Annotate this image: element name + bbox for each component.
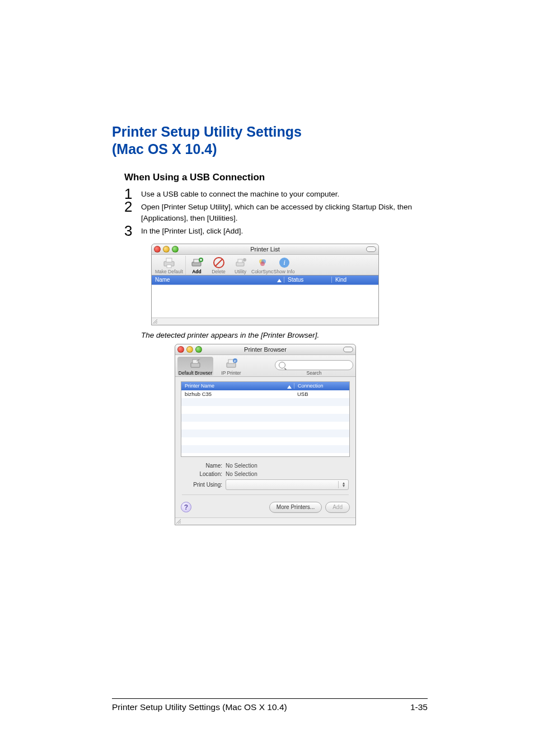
default-browser-label: Default Browser <box>179 370 212 376</box>
print-using-select[interactable]: ▴▾ <box>226 479 349 490</box>
ip-printer-label: IP Printer <box>221 370 241 376</box>
svg-rect-17 <box>193 360 198 363</box>
utility-label: Utility <box>229 269 251 274</box>
search-icon <box>279 362 285 368</box>
svg-point-13 <box>260 262 265 266</box>
svg-line-7 <box>216 259 222 266</box>
browser-row-empty <box>181 414 349 422</box>
form-row-location: Location: No Selection <box>182 471 349 477</box>
row-printer-name: bizhub C35 <box>181 391 294 397</box>
show-info-button[interactable]: i Show Info <box>273 256 295 274</box>
section-heading-line2: (Mac OS X 10.4) <box>112 141 217 157</box>
step-number-2: 2 <box>124 197 132 218</box>
step-3: 3 In the [Printer List], click [Add]. <box>124 225 428 238</box>
step-3-text: In the [Printer List], click [Add]. <box>141 227 243 235</box>
browser-toolbar: Default Browser IP IP Printer Search <box>175 355 355 377</box>
separator <box>182 494 349 495</box>
window-titlebar[interactable]: Printer List <box>152 244 378 255</box>
section-heading-line1: Printer Setup Utility Settings <box>112 124 302 139</box>
browser-titlebar[interactable]: Printer Browser <box>175 344 355 355</box>
svg-rect-1 <box>166 258 172 262</box>
page-footer: Printer Setup Utility Settings (Mac OS X… <box>112 698 428 712</box>
utility-button[interactable]: Utility <box>229 256 251 274</box>
browser-row-empty <box>181 398 349 406</box>
make-default-button[interactable]: Make Default <box>153 256 185 274</box>
printer-browser-window: Printer Browser Default Browser IP IP Pr… <box>175 344 356 525</box>
printer-browser-list: Printer Name Connection bizhub C35 USB <box>181 381 350 457</box>
show-info-label: Show Info <box>273 269 295 274</box>
column-printer-name-label: Printer Name <box>185 383 214 389</box>
add-button[interactable]: Add <box>185 256 208 274</box>
browser-row-empty <box>181 437 349 445</box>
ip-printer-icon: IP <box>213 357 249 370</box>
more-printers-label: More Printers... <box>277 504 315 510</box>
search-input[interactable] <box>275 360 353 370</box>
location-label: Location: <box>182 471 226 477</box>
browser-row-empty <box>181 406 349 414</box>
toolbar-toggle-icon[interactable] <box>366 246 376 252</box>
chevron-updown-icon: ▴▾ <box>343 482 345 487</box>
browser-bottom-bar: ? More Printers... Add <box>175 500 355 517</box>
step-1: 1 Use a USB cable to connect the machine… <box>124 188 428 201</box>
delete-label: Delete <box>208 269 229 274</box>
printer-list-window: Printer List Make Default Add Delete <box>151 244 379 325</box>
section-heading: Printer Setup Utility Settings (Mac OS X… <box>112 123 428 158</box>
help-icon-label: ? <box>184 503 188 511</box>
toolbar-toggle-icon[interactable] <box>343 347 353 352</box>
default-browser-icon <box>177 357 213 370</box>
browser-row[interactable]: bizhub C35 USB <box>181 390 349 398</box>
help-button[interactable]: ? <box>181 502 191 512</box>
browser-row-empty <box>181 422 349 430</box>
svg-point-18 <box>199 357 202 360</box>
column-name-label: Name <box>155 277 170 283</box>
info-icon: i <box>277 256 292 269</box>
caption-text: The detected printer appears in the [Pri… <box>141 331 428 339</box>
name-value: No Selection <box>226 463 349 469</box>
browser-columns: Printer Name Connection <box>181 382 349 390</box>
browser-window-title: Printer Browser <box>175 346 355 353</box>
delete-icon <box>211 256 227 269</box>
browser-row-empty <box>181 430 349 437</box>
form-row-name: Name: No Selection <box>182 463 349 469</box>
svg-point-10 <box>243 258 246 262</box>
step-1-text: Use a USB cable to connect the machine t… <box>141 190 339 198</box>
add-printer-icon <box>189 256 205 269</box>
add-printer-label: Add <box>332 504 343 510</box>
ip-printer-tab[interactable]: IP IP Printer <box>213 357 249 376</box>
subsection-heading: When Using a USB Connection <box>124 172 428 183</box>
resize-handle[interactable] <box>152 318 378 325</box>
step-2-text: Open [Printer Setup Utility], which can … <box>141 203 412 222</box>
step-2: 2 Open [Printer Setup Utility], which ca… <box>124 200 428 225</box>
delete-button[interactable]: Delete <box>208 256 229 274</box>
default-browser-tab[interactable]: Default Browser <box>177 357 213 376</box>
browser-rows: bizhub C35 USB <box>181 390 349 456</box>
printer-list-toolbar: Make Default Add Delete Utility <box>152 255 378 276</box>
add-printer-button[interactable]: Add <box>325 502 350 513</box>
more-printers-button[interactable]: More Printers... <box>269 502 322 513</box>
window-title: Printer List <box>152 246 378 253</box>
add-label: Add <box>186 269 208 274</box>
column-kind[interactable]: Kind <box>331 277 378 283</box>
column-connection[interactable]: Connection <box>294 383 349 389</box>
browser-form: Name: No Selection Location: No Selectio… <box>182 463 349 490</box>
svg-rect-9 <box>238 259 242 263</box>
footer-left: Printer Setup Utility Settings (Mac OS X… <box>112 702 287 712</box>
steps-list: 1 Use a USB cable to connect the machine… <box>124 188 428 238</box>
column-name[interactable]: Name <box>152 277 284 283</box>
form-row-print-using: Print Using: ▴▾ <box>182 479 349 490</box>
colorsync-button[interactable]: ColorSync <box>251 256 273 274</box>
footer-page-number: 1-35 <box>410 702 428 712</box>
column-status[interactable]: Status <box>284 277 331 283</box>
column-printer-name[interactable]: Printer Name <box>181 383 294 389</box>
sort-ascending-icon <box>287 385 292 389</box>
svg-text:IP: IP <box>234 359 237 362</box>
print-using-label: Print Using: <box>182 482 226 488</box>
svg-text:i: i <box>283 258 285 267</box>
resize-handle[interactable] <box>175 517 355 525</box>
printer-icon <box>161 256 177 269</box>
printer-list-columns: Name Status Kind <box>152 276 378 284</box>
utility-icon <box>233 256 249 269</box>
browser-search: Search <box>275 360 353 376</box>
colorsync-icon <box>255 256 270 269</box>
search-label: Search <box>307 370 322 376</box>
